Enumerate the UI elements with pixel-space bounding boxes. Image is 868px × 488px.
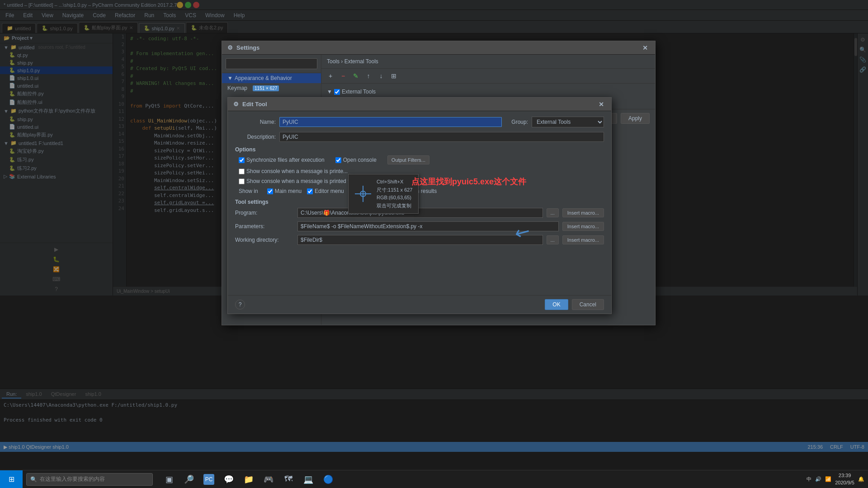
parameters-insert-macro-button[interactable]: Insert macro... <box>562 222 604 231</box>
settings-keymap-label: Keymap <box>227 85 247 91</box>
editor-menu-checkbox[interactable] <box>307 188 313 194</box>
parameters-row: Parameters: Insert macro... <box>235 221 604 231</box>
taskbar-clock[interactable]: 23:39 2020/9/5 <box>835 472 854 486</box>
group-label: Group: <box>505 119 528 125</box>
edit-tool-icon: ⚙ <box>233 101 239 108</box>
main-menu-checkbox[interactable] <box>267 188 273 194</box>
open-console-checkbox-label[interactable]: Open console <box>335 157 377 163</box>
taskbar-app7[interactable]: 💻 <box>299 471 317 488</box>
settings-expand3-icon: ▼ <box>327 89 332 95</box>
open-console-label: Open console <box>343 157 377 163</box>
settings-search-input[interactable] <box>226 58 317 69</box>
move-up-button[interactable]: ↑ <box>363 70 374 81</box>
wechat-icon: 💬 <box>223 474 234 485</box>
settings-close-button[interactable]: ✕ <box>641 43 650 52</box>
open-console-checkbox[interactable] <box>335 157 341 163</box>
settings-appearance-item[interactable]: ▼ Appearance & Behavior <box>222 73 321 83</box>
taskbar-notification[interactable]: 🔔 <box>858 476 864 482</box>
remove-tool-button[interactable]: − <box>338 70 349 81</box>
working-dir-insert-macro-button[interactable]: Insert macro... <box>562 235 604 244</box>
crosshair-shortcut: Ctrl+Shift+X <box>377 178 413 186</box>
program-browse-button[interactable]: ... <box>547 208 559 217</box>
edit-tool-cancel-button[interactable]: Cancel <box>572 299 604 310</box>
show-console-err-checkbox[interactable] <box>239 178 245 184</box>
main-menu-text: Main menu <box>275 188 302 194</box>
external-tools-checkbox[interactable] <box>334 89 340 95</box>
settings-titlebar: ⚙ Settings ✕ <box>222 41 655 55</box>
settings-expand-icon: ▼ <box>227 75 233 81</box>
options-row-1: Synchronize files after execution Open c… <box>235 155 604 164</box>
sync-files-checkbox[interactable] <box>239 157 245 163</box>
start-button[interactable]: ⊞ <box>0 470 23 488</box>
settings-toolbar: + − ✎ ↑ ↓ ⊞ <box>321 69 655 84</box>
taskbar-lang: 中 <box>807 476 811 483</box>
taskbar-cortana[interactable]: ▣ <box>160 471 178 488</box>
taskbar-network: 📶 <box>825 476 831 482</box>
settings-external-tools-item[interactable]: ▼ External Tools <box>325 87 651 96</box>
taskbar-app8[interactable]: 🔵 <box>319 471 337 488</box>
crosshair-text: Ctrl+Shift+X 尺寸:1151 x 627 RGB:(60,63,65… <box>377 178 413 210</box>
taskbar: ⊞ 🔍 在这里输入你要搜索的内容 ▣ 🔎 PC 💬 📁 🎮 🗺 💻 <box>0 470 868 488</box>
working-dir-row: Working directory: ... Insert macro... <box>235 235 604 245</box>
search-placeholder: 在这里输入你要搜索的内容 <box>40 475 105 483</box>
edit-tool-footer: ? OK Cancel <box>228 295 611 314</box>
edit-tool-button[interactable]: ✎ <box>350 70 361 81</box>
search-app-icon: 🔎 <box>184 474 194 485</box>
working-dir-label: Working directory: <box>235 237 294 243</box>
taskbar-app6[interactable]: 🗺 <box>279 471 297 488</box>
cortana-icon: ▣ <box>164 474 175 485</box>
program-insert-macro-button[interactable]: Insert macro... <box>562 208 604 217</box>
edit-tool-help-button[interactable]: ? <box>235 300 245 310</box>
show-console-msg-text: Show console when a message is printe... <box>246 168 348 174</box>
crosshair-size: 尺寸:1151 x 627 <box>377 186 413 194</box>
name-group-row: Name: Group: External Tools <box>235 117 604 127</box>
show-in-row: Show in Main menu Editor menu Project vi… <box>235 188 604 194</box>
pycharm-icon: PC <box>203 474 214 485</box>
settings-keymap-item[interactable]: Keymap 1151 × 627 <box>222 83 321 93</box>
description-row: Description: <box>235 132 604 142</box>
settings-search-area <box>222 55 321 73</box>
tool-settings-title: Tool settings <box>235 199 604 205</box>
settings-gear-icon: ⚙ <box>227 44 233 51</box>
start-icon: ⊞ <box>9 475 14 483</box>
program-input[interactable] <box>297 208 543 218</box>
taskbar-explorer[interactable]: 📁 <box>240 471 258 488</box>
crosshair-color: RGB:(60,63,65) <box>377 194 413 202</box>
add-tool-button[interactable]: + <box>325 70 336 81</box>
editor-menu-label[interactable]: Editor menu <box>307 188 344 194</box>
settings-size-badge: 1151 × 627 <box>253 85 279 91</box>
settings-appearance-label: Appearance & Behavior <box>235 75 292 81</box>
taskbar-right: 中 🔊 📶 23:39 2020/9/5 🔔 <box>807 472 868 486</box>
show-console-msg-checkbox[interactable] <box>239 169 245 174</box>
edit-tool-ok-button[interactable]: OK <box>545 299 568 310</box>
settings-apply-button[interactable]: Apply <box>621 113 650 124</box>
edit-tool-body: Name: Group: External Tools Description:… <box>228 111 611 295</box>
name-input[interactable] <box>279 117 502 127</box>
search-icon: 🔍 <box>30 476 37 483</box>
show-console-msg-label[interactable]: Show console when a message is printe... <box>239 168 348 174</box>
working-dir-browse-button[interactable]: ... <box>547 235 559 244</box>
editor-menu-text: Editor menu <box>315 188 344 194</box>
annotation-label: 点这里找到pyuic5.exe这个文件 <box>411 177 526 186</box>
edit-tool-close-button[interactable]: ✕ <box>597 100 606 109</box>
copy-tool-button[interactable]: ⊞ <box>388 70 399 81</box>
taskbar-app5[interactable]: 🎮 <box>259 471 278 488</box>
options-section-title: Options <box>235 146 604 153</box>
clock-date: 2020/9/5 <box>835 479 854 486</box>
clock-time: 23:39 <box>835 472 854 479</box>
group-select[interactable]: External Tools <box>532 117 604 127</box>
taskbar-pycharm[interactable]: PC <box>200 471 218 488</box>
description-input[interactable] <box>279 132 604 142</box>
move-down-button[interactable]: ↓ <box>376 70 387 81</box>
taskbar-search[interactable]: 🔍 在这里输入你要搜索的内容 <box>26 473 153 486</box>
annotation-text: 点这里找到pyuic5.exe这个文件 <box>411 176 526 187</box>
main-menu-label[interactable]: Main menu <box>267 188 302 194</box>
taskbar-search-app[interactable]: 🔎 <box>180 471 198 488</box>
output-filters-button[interactable]: Output Filters... <box>387 155 429 164</box>
settings-external-tools-label: External Tools <box>342 89 376 95</box>
working-dir-input[interactable] <box>297 235 543 245</box>
name-label: Name: <box>235 119 276 125</box>
crosshair-action: 双击可完成复制 <box>377 202 413 210</box>
sync-files-checkbox-label[interactable]: Synchronize files after execution <box>239 157 325 163</box>
taskbar-wechat[interactable]: 💬 <box>220 471 238 488</box>
